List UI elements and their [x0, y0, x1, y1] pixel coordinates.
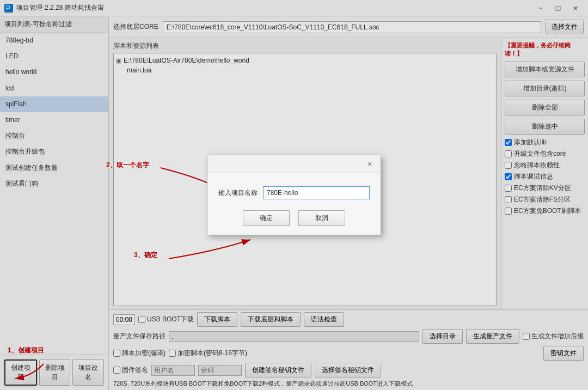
modal-overlay: × 输入项目名称 确定 取消	[0, 0, 588, 390]
modal-body: 输入项目名称 确定 取消	[207, 173, 381, 235]
modal-buttons: 确定 取消	[218, 210, 370, 226]
modal-field-label: 输入项目名称	[218, 188, 258, 198]
modal-cancel-button[interactable]: 取消	[298, 210, 345, 226]
modal-field: 输入项目名称	[218, 186, 370, 199]
modal-close-button[interactable]: ×	[364, 159, 375, 169]
project-name-modal: × 输入项目名称 确定 取消	[207, 155, 381, 235]
modal-confirm-button[interactable]: 确定	[243, 210, 290, 226]
project-name-input[interactable]	[263, 186, 370, 199]
modal-titlebar: ×	[207, 155, 381, 173]
